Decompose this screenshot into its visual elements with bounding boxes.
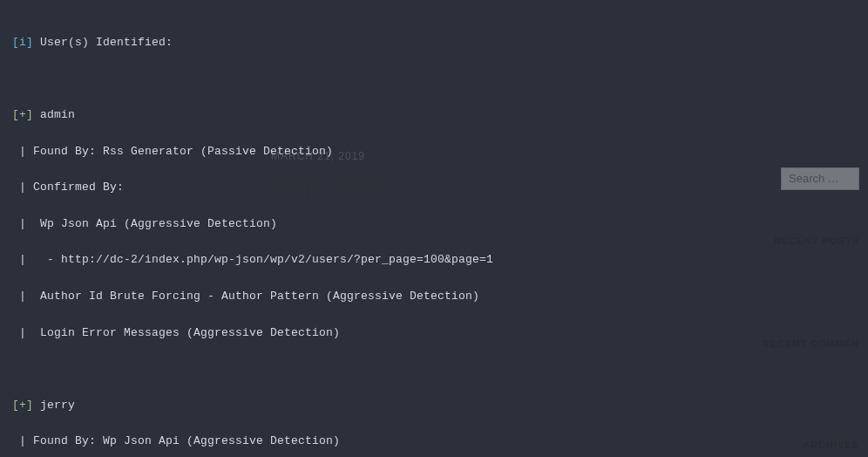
pipe: | (19, 290, 26, 303)
terminal-text: Author Id Brute Forcing - Author Pattern… (26, 290, 479, 303)
pipe: | (19, 326, 26, 339)
terminal-text: Wp Json Api (Aggressive Detection) (26, 217, 277, 230)
pipe: | (19, 253, 26, 266)
recent-comment-link[interactable]: A WordPress Co (776, 379, 859, 397)
info-tag: [i] (12, 36, 33, 49)
terminal-text: Found By: Wp Json Api (Aggressive Detect… (26, 434, 340, 447)
user-name: jerry (33, 399, 75, 412)
pipe: | (19, 217, 26, 230)
terminal-output: [i] User(s) Identified: [+] admin | Foun… (0, 0, 771, 457)
archives-label: ARCHIVES (803, 438, 859, 454)
recent-comments-label: RECENT COMMEN (763, 337, 859, 352)
terminal-text: Found By: Rss Generator (Passive Detecti… (26, 145, 333, 158)
terminal-text: User(s) Identified: (33, 36, 173, 49)
pipe: | (19, 145, 26, 158)
user-name: admin (33, 108, 75, 121)
terminal-text: Login Error Messages (Aggressive Detecti… (26, 326, 340, 339)
pipe: | (19, 181, 26, 194)
pipe: | (19, 434, 26, 447)
search-input[interactable]: Search … (781, 167, 859, 190)
plus-tag: [+] (12, 108, 33, 121)
plus-tag: [+] (12, 399, 33, 412)
recent-post-link[interactable]: Hello world! (800, 277, 859, 296)
terminal-text: Confirmed By: (26, 181, 124, 194)
terminal-text: - http://dc-2/index.php/wp-json/wp/v2/us… (26, 253, 493, 266)
recent-posts-label: RECENT POSTS (774, 234, 859, 249)
